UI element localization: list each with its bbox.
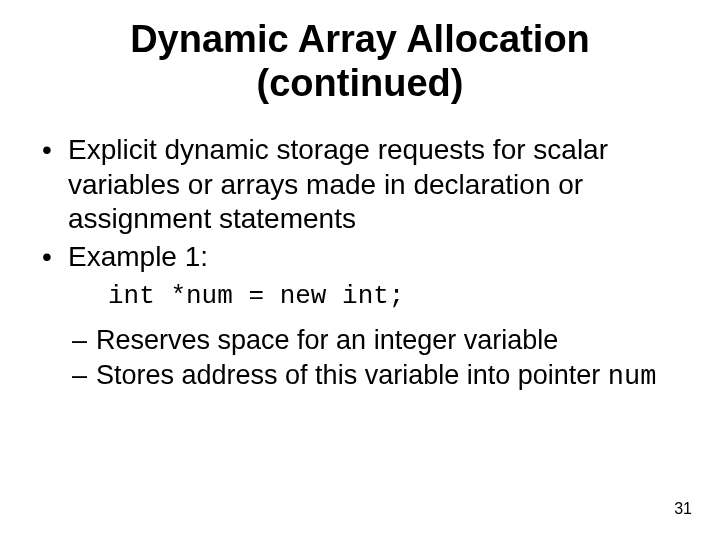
title-line-2: (continued): [257, 62, 464, 104]
bullet-2-text: Example 1:: [68, 241, 208, 272]
page-number: 31: [674, 500, 692, 518]
bullet-list-level1: Explicit dynamic storage requests for sc…: [28, 133, 692, 274]
bullet-1-text: Explicit dynamic storage requests for sc…: [68, 134, 608, 233]
subbullet-2-mono: num: [608, 362, 657, 392]
code-example: int *num = new int;: [108, 280, 692, 314]
subbullet-1: Reserves space for an integer variable: [68, 324, 692, 357]
bullet-list-level2: Reserves space for an integer variable S…: [68, 324, 692, 394]
subbullet-1-text: Reserves space for an integer variable: [96, 325, 558, 355]
bullet-1: Explicit dynamic storage requests for sc…: [34, 133, 692, 235]
slide: Dynamic Array Allocation (continued) Exp…: [0, 0, 720, 540]
subbullet-2: Stores address of this variable into poi…: [68, 359, 692, 394]
slide-title: Dynamic Array Allocation (continued): [28, 18, 692, 105]
title-line-1: Dynamic Array Allocation: [130, 18, 590, 60]
subbullet-2-prefix: Stores address of this variable into poi…: [96, 360, 608, 390]
bullet-2: Example 1:: [34, 240, 692, 274]
